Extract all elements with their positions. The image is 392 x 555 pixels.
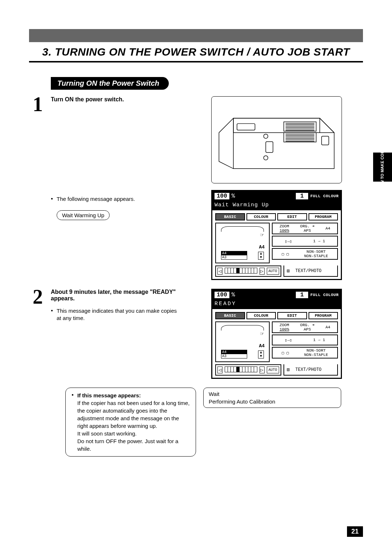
lcd-copy-count: 1 bbox=[296, 193, 308, 199]
density-auto-button-2[interactable]: AUTO bbox=[267, 366, 279, 373]
lcd-nonsort-2: NON-SORT bbox=[307, 348, 326, 353]
note-body-1: If the copier has not been used for a lo… bbox=[77, 399, 190, 430]
lcd-tab-colour[interactable]: COLOUR bbox=[246, 213, 276, 220]
lcd-panel-ready: 100 % 1 FULL COLOUR READY BASIC COLOUR E… bbox=[211, 289, 342, 379]
step-2-bullet: This message indicates that you can make… bbox=[51, 307, 181, 322]
lcd-zoom-100-2: 100% bbox=[279, 327, 289, 332]
step-1-bullet: The following message appears. bbox=[51, 195, 181, 203]
note-body-3: Do not turn OFF the power. Just wait for… bbox=[77, 437, 190, 453]
lcd-tab-program[interactable]: PROGRAM bbox=[309, 213, 338, 220]
lcd-tray-arrows-2: ▲▼ bbox=[258, 351, 264, 358]
note-heading: If this message appears: bbox=[72, 392, 190, 399]
lcd-nonstaple-2: NON-STAPLE bbox=[304, 353, 328, 357]
density-slider[interactable] bbox=[225, 268, 257, 274]
hand-icon: ☞ bbox=[260, 231, 264, 239]
lcd-a4-label: A4 bbox=[259, 244, 265, 250]
lcd-a4-label-2: A4 bbox=[259, 343, 265, 349]
lcd-tray-a3-2: A3 bbox=[221, 354, 247, 358]
doc-mode-icon: ▤ bbox=[287, 268, 290, 274]
lcd-tab-colour-2[interactable]: COLOUR bbox=[246, 312, 276, 319]
tray-out-icon: ▢ ▢ bbox=[282, 252, 289, 256]
note-body-2: It will soon start working. bbox=[77, 430, 190, 437]
svg-rect-18 bbox=[322, 136, 329, 145]
lcd-one-to-one-2: 1 → 1 bbox=[313, 338, 325, 342]
lcd-copy-count-2: 1 bbox=[296, 292, 308, 298]
lcd-message-warming: Wait Warming Up bbox=[212, 201, 341, 210]
lcd-sort-cell[interactable]: ▢ ▢ NON-SORTNON-STAPLE bbox=[272, 248, 338, 260]
wait-warming-bubble: Wait Warming Up bbox=[57, 210, 110, 220]
lcd-tab-basic-2[interactable]: BASIC bbox=[215, 312, 245, 319]
step-number-1: 1 bbox=[33, 94, 43, 114]
note-box: If this message appears: If the copier h… bbox=[65, 388, 196, 457]
lcd-zoom-org-cell-2[interactable]: ZOOM100% ORG. ➜APS A4 bbox=[272, 321, 338, 333]
svg-rect-17 bbox=[266, 142, 273, 153]
doc-mode-icon-2: ▤ bbox=[287, 367, 290, 372]
lcd-full-colour: FULL COLOUR bbox=[310, 194, 339, 198]
step-2-heading: About 9 minutes later, the message "READ… bbox=[51, 289, 181, 302]
density-right-button-2[interactable]: ▷ bbox=[260, 366, 265, 373]
lcd-aps-2: APS bbox=[304, 327, 311, 332]
tray-out-icon-2: ▢ ▢ bbox=[282, 351, 289, 355]
lcd-nonstaple: NON-STAPLE bbox=[304, 254, 328, 258]
chapter-title: 3. TURNING ON THE POWER SWITCH / AUTO JO… bbox=[29, 46, 363, 58]
page-number: 21 bbox=[347, 526, 363, 537]
lcd-org-label: ORG. ➜ bbox=[300, 224, 315, 228]
svg-rect-0 bbox=[237, 123, 255, 130]
lcd-zoom-org-cell[interactable]: ZOOM100% ORG. ➜APS A4 bbox=[272, 223, 338, 234]
lcd-tab-edit-2[interactable]: EDIT bbox=[277, 312, 307, 319]
wait-line-2: Performing Auto Calibration bbox=[209, 398, 336, 405]
lcd-tray-a3: A3 bbox=[221, 255, 247, 260]
lcd-textphoto[interactable]: TEXT/PHOTO bbox=[295, 268, 322, 274]
lcd-panel-warming: 100 % 1 FULL COLOUR Wait Warming Up BASI… bbox=[211, 190, 342, 280]
lcd-nonsort: NON-SORT bbox=[307, 250, 326, 254]
lcd-zoom-label-2: ZOOM bbox=[279, 323, 289, 327]
chapter-title-text: TURNING ON THE POWER SWITCH / AUTO JOB S… bbox=[55, 46, 350, 58]
lcd-full-colour-2: FULL COLOUR bbox=[310, 293, 339, 297]
lcd-tab-basic[interactable]: BASIC bbox=[215, 213, 245, 220]
lcd-duplex-cell[interactable]: ▯→▯ 1 → 1 bbox=[272, 236, 338, 247]
lcd-sort-cell-2[interactable]: ▢ ▢ NON-SORTNON-STAPLE bbox=[272, 347, 338, 358]
chapter-side-tab: HOW TO MAKE COPIES bbox=[373, 153, 392, 182]
lcd-preview-2: ☞ A4 A4 A3 ▲▼ bbox=[215, 321, 270, 362]
side-tab-text: HOW TO MAKE COPIES bbox=[380, 144, 385, 190]
lcd-tab-edit[interactable]: EDIT bbox=[277, 213, 307, 220]
lcd-zoom-100: 100% bbox=[279, 228, 289, 233]
copier-illustration bbox=[211, 96, 342, 183]
wait-calibration-box: Wait Performing Auto Calibration bbox=[203, 388, 341, 408]
density-auto-button[interactable]: AUTO bbox=[267, 268, 279, 275]
wait-line-1: Wait bbox=[209, 390, 336, 398]
svg-point-16 bbox=[264, 156, 268, 160]
density-slider-2[interactable] bbox=[225, 366, 257, 372]
density-left-button-2[interactable]: ◁ bbox=[217, 366, 222, 373]
lcd-message-ready: READY bbox=[212, 300, 341, 309]
lcd-zoom-value-2: 100 bbox=[215, 292, 229, 298]
lcd-percent-sign: % bbox=[232, 193, 235, 199]
lcd-a4-small: A4 bbox=[326, 226, 330, 231]
lcd-tray-arrows: ▲▼ bbox=[258, 252, 264, 260]
lcd-org-label-2: ORG. ➜ bbox=[300, 323, 315, 327]
lcd-zoom-value: 100 bbox=[215, 193, 229, 199]
svg-point-15 bbox=[264, 134, 268, 138]
lcd-duplex-cell-2[interactable]: ▯→▯ 1 → 1 bbox=[272, 335, 338, 345]
lcd-aps: APS bbox=[304, 228, 311, 233]
lcd-a4-small-2: A4 bbox=[326, 325, 330, 329]
chapter-separator bbox=[29, 61, 363, 62]
step-1-heading: Turn ON the power switch. bbox=[51, 96, 181, 103]
lcd-textphoto-2[interactable]: TEXT/PHOTO bbox=[295, 367, 322, 372]
density-left-button[interactable]: ◁ bbox=[217, 268, 222, 275]
page-icon: ▯→▯ bbox=[285, 239, 292, 244]
section-heading: Turning ON the Power Switch bbox=[51, 77, 169, 90]
page-icon-2: ▯→▯ bbox=[285, 338, 292, 343]
header-bar bbox=[29, 29, 363, 42]
hand-icon-2: ☞ bbox=[260, 330, 264, 337]
lcd-percent-sign-2: % bbox=[232, 292, 235, 298]
step-number-2: 2 bbox=[33, 287, 43, 307]
lcd-zoom-label: ZOOM bbox=[279, 224, 289, 228]
lcd-tab-program-2[interactable]: PROGRAM bbox=[309, 312, 338, 319]
density-right-button[interactable]: ▷ bbox=[260, 268, 265, 275]
chapter-number: 3. bbox=[42, 46, 52, 58]
lcd-preview: ☞ A4 A4 A3 ▲▼ bbox=[215, 223, 270, 263]
lcd-one-to-one: 1 → 1 bbox=[313, 239, 325, 243]
